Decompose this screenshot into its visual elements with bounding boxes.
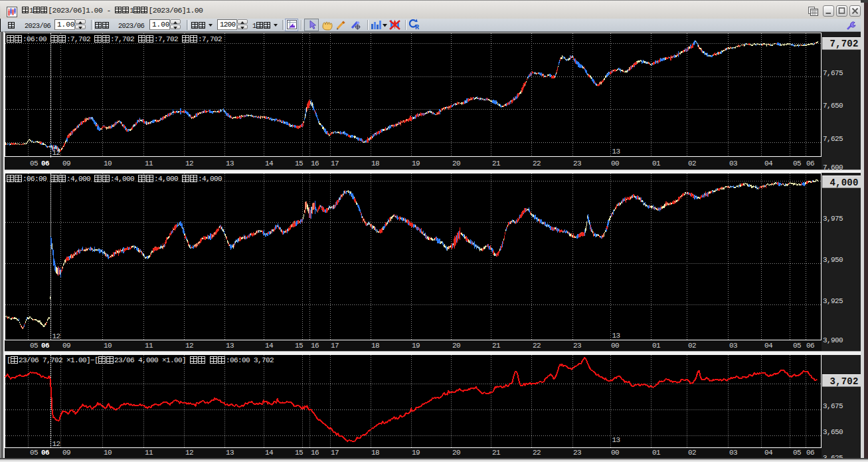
svg-text::4,000: :4,000 (198, 175, 222, 183)
svg-text:01: 01 (652, 449, 661, 457)
svg-text:04: 04 (764, 449, 773, 457)
svg-text:18: 18 (371, 160, 379, 168)
svg-text:13: 13 (226, 160, 234, 168)
svg-text:7,675: 7,675 (823, 69, 843, 77)
svg-text:11: 11 (145, 160, 153, 168)
svg-text:15: 15 (295, 449, 303, 457)
svg-text:7,625: 7,625 (823, 135, 843, 143)
svg-text:23/06 4,000: 23/06 4,000 (114, 356, 158, 364)
svg-text:16: 16 (311, 160, 319, 168)
svg-text:7,702: 7,702 (829, 39, 858, 49)
svg-text:12: 12 (185, 160, 193, 168)
svg-text:01: 01 (652, 160, 661, 168)
svg-text::4,000: :4,000 (110, 175, 134, 183)
svg-text:02: 02 (688, 449, 696, 457)
svg-text:05: 05 (793, 160, 801, 168)
svg-text:[: [ (7, 356, 11, 364)
svg-text:16: 16 (311, 449, 319, 457)
svg-text:3,900: 3,900 (823, 336, 843, 344)
svg-text:23: 23 (573, 160, 581, 168)
svg-text:12: 12 (185, 342, 193, 350)
svg-text:15: 15 (295, 342, 303, 350)
svg-text:23/06 7,702: 23/06 7,702 (19, 356, 62, 364)
svg-text:06: 06 (41, 449, 49, 457)
svg-text:20: 20 (452, 342, 460, 350)
svg-text::06:00 3,702: :06:00 3,702 (226, 356, 274, 364)
svg-text:05: 05 (30, 160, 38, 168)
svg-text:12: 12 (185, 449, 193, 457)
svg-text:06: 06 (806, 160, 814, 168)
svg-text:22: 22 (533, 342, 541, 350)
svg-text:06: 06 (806, 449, 814, 457)
svg-text:18: 18 (371, 449, 379, 457)
svg-text:21: 21 (492, 449, 501, 457)
svg-text:17: 17 (331, 342, 339, 350)
svg-text:19: 19 (412, 160, 420, 168)
svg-text:00: 00 (611, 449, 619, 457)
svg-text:20: 20 (452, 449, 460, 457)
svg-text:06: 06 (41, 342, 49, 350)
svg-text:03: 03 (729, 160, 737, 168)
svg-text:11: 11 (145, 342, 153, 350)
svg-text:02: 02 (688, 342, 696, 350)
svg-text:19: 19 (412, 449, 420, 457)
svg-text:09: 09 (62, 449, 70, 457)
svg-text:12: 12 (52, 440, 60, 448)
svg-text:03: 03 (729, 449, 737, 457)
svg-text:14: 14 (265, 449, 274, 457)
svg-text:21: 21 (492, 160, 501, 168)
svg-text:22: 22 (533, 160, 541, 168)
svg-text:11: 11 (145, 449, 153, 457)
svg-text:15: 15 (295, 160, 303, 168)
svg-text:13: 13 (226, 449, 234, 457)
svg-text:3,650: 3,650 (823, 428, 843, 436)
svg-text:R: R (415, 24, 419, 31)
svg-text:09: 09 (62, 342, 70, 350)
svg-text:17: 17 (331, 449, 339, 457)
svg-text:10: 10 (104, 449, 112, 457)
svg-text::7,702: :7,702 (154, 35, 178, 43)
svg-text:05: 05 (30, 342, 38, 350)
svg-text:23: 23 (573, 342, 581, 350)
svg-text:14: 14 (265, 342, 274, 350)
svg-text:21: 21 (492, 342, 501, 350)
svg-text:04: 04 (764, 160, 773, 168)
svg-text::4,000: :4,000 (66, 175, 90, 183)
svg-text:06: 06 (41, 160, 49, 168)
svg-text:10: 10 (104, 342, 112, 350)
svg-text:3,975: 3,975 (823, 215, 843, 223)
svg-text::7,702: :7,702 (110, 35, 134, 43)
svg-text:22: 22 (533, 449, 541, 457)
svg-text:13: 13 (612, 148, 620, 156)
svg-text:12: 12 (52, 332, 60, 340)
svg-text:4,000: 4,000 (829, 177, 858, 188)
svg-text:13: 13 (612, 436, 620, 444)
svg-text:3,675: 3,675 (823, 402, 843, 410)
svg-text:02: 02 (688, 160, 696, 168)
svg-text:05: 05 (793, 342, 801, 350)
svg-text::06:00: :06:00 (23, 175, 46, 183)
svg-text:05: 05 (793, 449, 801, 457)
svg-text:13: 13 (612, 332, 620, 340)
svg-text::06:00: :06:00 (23, 35, 46, 43)
svg-text:12: 12 (52, 149, 60, 157)
svg-text::7,702: :7,702 (198, 35, 222, 43)
svg-text:13: 13 (226, 342, 234, 350)
svg-text:×1.00]: ×1.00] (66, 356, 90, 364)
svg-text::4,000: :4,000 (154, 175, 178, 183)
svg-text:05: 05 (30, 449, 38, 457)
svg-text:04: 04 (764, 342, 773, 350)
svg-text:[: [ (94, 356, 98, 364)
svg-text:18: 18 (371, 342, 379, 350)
svg-text:09: 09 (62, 160, 70, 168)
svg-text:19: 19 (412, 342, 420, 350)
svg-text:7,650: 7,650 (823, 102, 843, 110)
svg-text:03: 03 (729, 342, 737, 350)
svg-text::7,702: :7,702 (66, 35, 90, 43)
svg-text:06: 06 (806, 342, 814, 350)
svg-text:17: 17 (331, 160, 339, 168)
svg-text:01: 01 (652, 342, 661, 350)
svg-text:16: 16 (311, 342, 319, 350)
svg-text:3,950: 3,950 (823, 256, 843, 264)
svg-text:14: 14 (265, 160, 274, 168)
